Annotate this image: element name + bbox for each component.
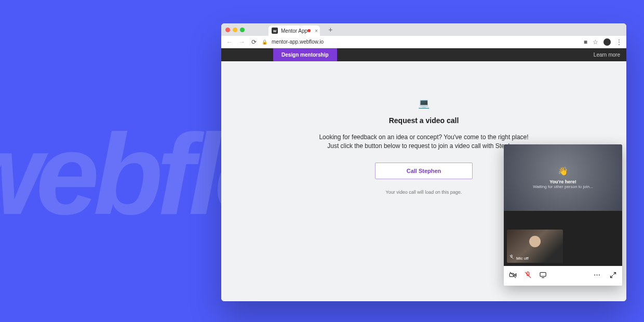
mic-off-icon — [509, 254, 514, 261]
mic-off-label: Mic off — [516, 256, 528, 261]
video-here-label: You're here! — [549, 179, 576, 184]
profile-avatar-icon[interactable] — [603, 38, 611, 46]
subnote: Your video call will load on this page. — [386, 190, 462, 195]
back-icon[interactable]: ← — [225, 38, 234, 46]
video-waiting-label: Waiting for other person to join... — [533, 184, 593, 189]
main-content: 💻 Request a video call Looking for feedb… — [221, 61, 626, 301]
bookmark-icon[interactable]: ☆ — [593, 38, 598, 46]
self-portrait-icon — [529, 236, 541, 247]
video-controls-bar — [504, 266, 622, 286]
url-text[interactable]: mentor-app.webflow.io — [272, 39, 580, 45]
wave-hand-icon: 👋 — [558, 166, 568, 176]
new-tab-button[interactable]: + — [323, 25, 338, 34]
close-tab-icon[interactable]: × — [315, 28, 318, 34]
video-call-widget: 👋 You're here! Waiting for other person … — [504, 144, 622, 286]
page-title: Request a video call — [389, 116, 459, 125]
favicon-icon: w — [272, 28, 278, 34]
desc-line-1: Looking for feedback on an idea or conce… — [319, 133, 528, 141]
browser-tabstrip: w Mentor App × + — [221, 23, 626, 36]
minimize-window-icon[interactable] — [233, 28, 237, 32]
expand-icon[interactable] — [609, 271, 617, 281]
camera-indicator-icon[interactable]: ■ — [584, 38, 587, 46]
svg-rect-1 — [540, 273, 546, 277]
reload-icon[interactable]: ⟳ — [250, 38, 258, 46]
header-pill[interactable]: Design mentorship — [273, 48, 337, 61]
browser-address-bar: ← → ⟳ 🔒 mentor-app.webflow.io ■ ☆ ⋮ — [221, 36, 626, 48]
call-button[interactable]: Call Stephen — [375, 163, 473, 179]
page-description: Looking for feedback on an idea or conce… — [319, 133, 528, 151]
lock-icon: 🔒 — [262, 39, 267, 45]
site-header: Design mentorship Learn more — [221, 48, 626, 61]
video-waiting-panel: 👋 You're here! Waiting for other person … — [504, 144, 622, 211]
more-options-icon[interactable] — [593, 271, 601, 281]
tab-title: Mentor App — [281, 28, 307, 34]
browser-tab[interactable]: w Mentor App × — [269, 25, 320, 36]
svg-point-2 — [594, 275, 595, 276]
screenshare-icon[interactable] — [539, 271, 547, 281]
learn-more-link[interactable]: Learn more — [594, 52, 620, 58]
self-video-thumbnail: Mic off — [507, 230, 563, 263]
mic-off-button-icon[interactable] — [524, 271, 532, 281]
camera-off-icon[interactable] — [509, 271, 517, 281]
browser-menu-icon[interactable]: ⋮ — [616, 38, 622, 46]
svg-point-3 — [597, 275, 598, 276]
video-self-panel: Mic off — [504, 211, 622, 266]
close-window-icon[interactable] — [225, 28, 230, 32]
laptop-icon: 💻 — [418, 98, 430, 109]
window-traffic-lights — [225, 28, 265, 32]
forward-icon[interactable]: → — [238, 38, 246, 46]
recording-indicator-icon — [307, 29, 311, 32]
desc-line-2: Just click the button below to request t… — [327, 142, 520, 150]
browser-window: w Mentor App × + ← → ⟳ 🔒 mentor-app.webf… — [221, 23, 626, 301]
svg-point-4 — [599, 275, 600, 276]
maximize-window-icon[interactable] — [240, 28, 245, 32]
